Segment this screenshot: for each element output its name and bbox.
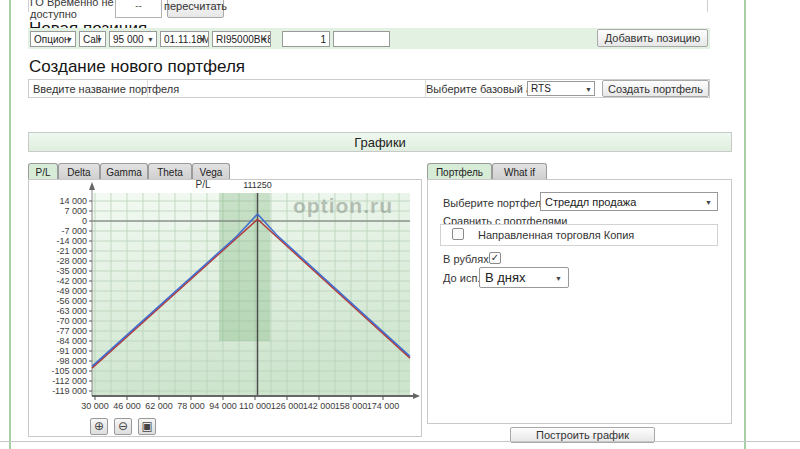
svg-text:-35 000: -35 000: [56, 266, 87, 276]
svg-text:94 000: 94 000: [209, 401, 237, 411]
call-put-select[interactable]: Call ▼: [79, 31, 106, 47]
quantity-input[interactable]: 1: [282, 31, 330, 47]
dropdown-arrow-icon: ▼: [555, 274, 562, 281]
expiry-select[interactable]: 01.11.18M ▼: [160, 31, 209, 47]
svg-text:-28 000: -28 000: [56, 256, 87, 266]
svg-text:-63 000: -63 000: [56, 306, 87, 316]
svg-text:-42 000: -42 000: [56, 276, 87, 286]
compare-portfolio-item-label[interactable]: Направленная торговля Копия: [478, 229, 634, 241]
svg-text:7 000: 7 000: [64, 206, 87, 216]
bottom-divider: [0, 441, 800, 442]
until-expiry-select[interactable]: В днях ▼: [479, 267, 569, 288]
svg-text:-105 000: -105 000: [51, 366, 87, 376]
svg-text:0: 0: [82, 216, 87, 226]
svg-text:62 000: 62 000: [145, 401, 173, 411]
zoom-out-icon[interactable]: ⊖: [114, 418, 132, 435]
top-table-left-border: [28, 0, 29, 12]
svg-text:-7 000: -7 000: [61, 226, 87, 236]
svg-text:-84 000: -84 000: [56, 336, 87, 346]
in-rubles-label: В рублях:: [443, 253, 492, 265]
go-value: --: [135, 0, 142, 11]
tab-portfolio[interactable]: Портфель: [427, 163, 492, 180]
svg-text:-49 000: -49 000: [56, 286, 87, 296]
svg-text:158 000: 158 000: [335, 401, 368, 411]
svg-text:P/L: P/L: [195, 179, 210, 190]
in-rubles-checkbox[interactable]: ✓: [489, 252, 501, 264]
svg-text:126 000: 126 000: [271, 401, 304, 411]
select-portfolio-label: Выберите портфель: [443, 197, 547, 209]
zoom-reset-icon[interactable]: ▣: [138, 418, 156, 435]
dropdown-arrow-icon: ▼: [705, 198, 712, 205]
svg-text:142 000: 142 000: [303, 401, 336, 411]
zoom-in-icon[interactable]: ⊕: [90, 418, 108, 435]
ticker-select[interactable]: RI95000BK8 ▼: [212, 31, 271, 47]
until-expiry-label: До исп.:: [443, 272, 483, 284]
svg-text:110 000: 110 000: [239, 401, 271, 411]
svg-text:111250: 111250: [243, 180, 272, 190]
svg-text:78 000: 78 000: [177, 401, 205, 411]
dropdown-arrow-icon: ▼: [147, 36, 154, 43]
svg-text:-98 000: -98 000: [56, 356, 87, 366]
svg-text:14 000: 14 000: [59, 196, 87, 206]
chart-zoom-toolbar: ⊕ ⊖ ▣: [90, 418, 159, 435]
page-left-border: [9, 0, 11, 449]
pl-chart-canvas[interactable]: option.ru111250P/L14 0007 0000-7 000-14 …: [28, 174, 422, 438]
tab-what-if[interactable]: What if: [492, 163, 547, 180]
svg-text:-91 000: -91 000: [56, 346, 87, 356]
portfolio-name-input[interactable]: [148, 80, 425, 97]
recalculate-button[interactable]: пересчитать: [167, 0, 224, 18]
dropdown-arrow-icon: ▼: [199, 36, 206, 43]
dropdown-arrow-icon: ▼: [585, 85, 592, 92]
portfolio-select[interactable]: Стреддл продажа ▼: [540, 192, 718, 211]
option-ru-page: ГО Временно не доступно -- пересчитать Н…: [0, 0, 800, 449]
add-position-button[interactable]: Добавить позицию: [597, 29, 708, 47]
svg-text:-70 000: -70 000: [56, 316, 87, 326]
base-asset-label: Выберите базовый актив: [426, 83, 524, 95]
dropdown-arrow-icon: ▼: [261, 36, 268, 43]
option-type-select[interactable]: Опцион ▼: [30, 31, 76, 47]
price-input[interactable]: [333, 31, 390, 47]
strike-select[interactable]: 95 000 ▼: [109, 31, 157, 47]
page-right-border: [744, 0, 746, 449]
go-value-box: --: [115, 0, 162, 18]
dropdown-arrow-icon: ▼: [66, 36, 73, 43]
compare-portfolio-checkbox[interactable]: [452, 228, 464, 240]
svg-text:-14 000: -14 000: [56, 236, 87, 246]
svg-text:-112 000: -112 000: [52, 376, 87, 386]
create-portfolio-button[interactable]: Создать портфель: [602, 80, 709, 97]
checkmark-icon: ✓: [491, 252, 499, 263]
svg-text:-77 000: -77 000: [56, 326, 87, 336]
charts-banner: Графики: [28, 132, 732, 152]
svg-text:-119 000: -119 000: [52, 386, 87, 396]
svg-text:46 000: 46 000: [113, 401, 141, 411]
svg-text:30 000: 30 000: [81, 401, 109, 411]
top-table-right-border: [707, 0, 708, 12]
svg-text:-21 000: -21 000: [56, 246, 87, 256]
base-asset-select[interactable]: RTS ▼: [527, 81, 595, 96]
new-portfolio-title: Создание нового портфеля: [29, 57, 245, 77]
dropdown-arrow-icon: ▼: [96, 36, 103, 43]
svg-text:174 000: 174 000: [367, 401, 400, 411]
svg-text:-56 000: -56 000: [56, 296, 87, 306]
svg-text:option.ru: option.ru: [293, 194, 393, 217]
